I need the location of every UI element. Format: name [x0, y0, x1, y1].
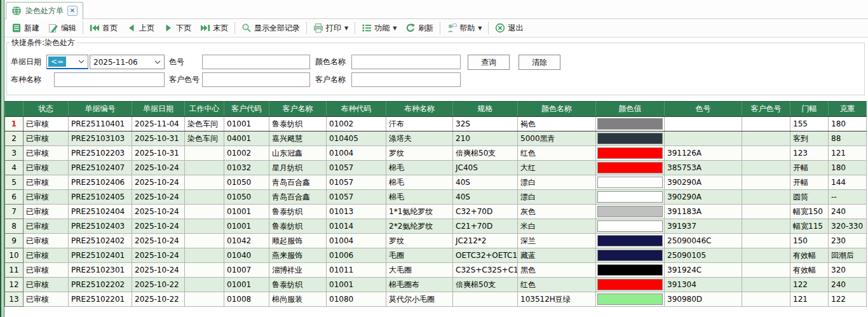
cell-num[interactable]: 2 — [5, 132, 24, 146]
cell-cust_color_no[interactable] — [742, 175, 790, 190]
cell-color_name[interactable]: 灰色 — [518, 205, 596, 219]
cell-fabric_code[interactable]: 01057 — [327, 190, 386, 205]
cell-color_value[interactable] — [596, 278, 665, 292]
cell-spec[interactable]: 40S — [453, 190, 518, 205]
cell-weight[interactable]: 122 — [829, 292, 867, 307]
cell-weight[interactable]: 320-330 — [829, 219, 867, 234]
cell-status[interactable]: 已审核 — [24, 205, 69, 219]
cell-color_name[interactable]: 黑色 — [518, 263, 596, 278]
cell-doc_no[interactable]: PRE25103103 — [69, 132, 132, 146]
cell-cust_name[interactable]: 山东冠鑫 — [269, 146, 327, 161]
column-header-color_no[interactable]: 色号 — [665, 102, 742, 117]
cell-doc_date[interactable]: 2025-10-24 — [132, 234, 185, 248]
cell-color_no[interactable]: 390290A — [665, 175, 742, 190]
cell-num[interactable]: 7 — [5, 205, 24, 219]
tab-close-icon[interactable]: ✕ — [67, 6, 78, 16]
cell-fabric_name[interactable]: 罗纹 — [386, 234, 453, 248]
cell-cust_name[interactable]: 棉尚服装 — [269, 292, 327, 307]
cell-cust_code[interactable]: 01040 — [224, 248, 269, 263]
cell-doc_no[interactable]: PRE25102405 — [69, 190, 132, 205]
cell-color_name[interactable]: 红色 — [518, 146, 596, 161]
cust-color-no-input[interactable] — [202, 72, 310, 87]
cell-fabric_name[interactable]: 涤塔夫 — [386, 132, 453, 146]
toolbar-button-first-page[interactable]: 首页 — [85, 20, 122, 36]
cell-status[interactable]: 已审核 — [24, 219, 69, 234]
cell-num[interactable]: 3 — [5, 146, 24, 161]
cell-cust_name[interactable]: 顺起服饰 — [269, 234, 327, 248]
cell-num[interactable]: 9 — [5, 234, 24, 248]
cell-weight[interactable]: 180 — [829, 161, 867, 175]
cell-spec[interactable]: OETC32+OETC12 — [453, 248, 518, 263]
cell-color_value[interactable] — [596, 234, 665, 248]
cell-weight[interactable]: 121 — [829, 146, 867, 161]
cell-fabric_name[interactable]: 汗布 — [386, 117, 453, 132]
cell-weight[interactable]: 240 — [829, 205, 867, 219]
cell-color_value[interactable] — [596, 132, 665, 146]
cell-doc_date[interactable]: 2025-10-24 — [132, 263, 185, 278]
cell-color_name[interactable]: 103512H豆绿 — [518, 292, 596, 307]
cell-work_center[interactable] — [185, 292, 224, 307]
cell-color_no[interactable]: 391304 — [665, 278, 742, 292]
cell-doc_no[interactable]: PRE25102402 — [69, 234, 132, 248]
cell-color_name[interactable]: 深兰 — [518, 234, 596, 248]
column-header-weight[interactable]: 克重 — [829, 102, 867, 117]
cell-color_value[interactable] — [596, 175, 665, 190]
cell-doc_no[interactable]: PRE25102203 — [69, 146, 132, 161]
cell-doc_date[interactable]: 2025-10-22 — [132, 292, 185, 307]
cell-color_value[interactable] — [596, 248, 665, 263]
cell-color_value[interactable] — [596, 117, 665, 132]
cell-spec[interactable]: 210 — [453, 132, 518, 146]
toolbar-button-exit[interactable]: 退出 — [491, 20, 527, 36]
cell-status[interactable]: 已审核 — [24, 146, 69, 161]
cell-num[interactable]: 5 — [5, 175, 24, 190]
cell-spec[interactable]: JC40S — [453, 161, 518, 175]
cell-status[interactable]: 已审核 — [24, 132, 69, 146]
column-header-doc_no[interactable]: 单据编号 — [69, 102, 132, 117]
cell-fabric_code[interactable]: 01013 — [327, 205, 386, 219]
clear-button[interactable]: 清除 — [519, 55, 560, 70]
cell-status[interactable]: 已审核 — [24, 117, 69, 132]
color-name-input[interactable] — [351, 55, 461, 69]
cell-width[interactable]: 开幅 — [790, 175, 829, 190]
cell-color_no[interactable]: 390290A — [665, 190, 742, 205]
cell-width[interactable]: 幅宽115 — [790, 219, 829, 234]
cell-weight[interactable]: 230 — [829, 234, 867, 248]
cell-num[interactable]: 6 — [5, 190, 24, 205]
cell-width[interactable]: 155 — [790, 117, 829, 132]
doc-date-select[interactable]: 2025-11-06 — [90, 55, 165, 69]
cell-fabric_name[interactable]: 棉毛 — [386, 175, 453, 190]
cell-color_name[interactable]: 米白 — [518, 219, 596, 234]
cell-color_value[interactable] — [596, 190, 665, 205]
cell-doc_date[interactable]: 2025-10-24 — [132, 190, 185, 205]
column-header-spec[interactable]: 规格 — [453, 102, 518, 117]
cell-cust_name[interactable]: 鲁泰纺织 — [269, 205, 327, 219]
toolbar-button-functions[interactable]: 功能▼ — [357, 20, 401, 36]
cell-width[interactable]: 123 — [790, 146, 829, 161]
cell-fabric_code[interactable]: 01080 — [327, 292, 386, 307]
cell-spec[interactable]: 32S — [453, 117, 518, 132]
cell-doc_date[interactable]: 2025-10-24 — [132, 205, 185, 219]
cell-weight[interactable]: 240 — [829, 278, 867, 292]
cell-cust_name[interactable]: 鲁泰纺织 — [269, 219, 327, 234]
cell-cust_color_no[interactable] — [742, 161, 790, 175]
cell-fabric_name[interactable]: 莫代尔小毛圈 — [386, 292, 453, 307]
cell-doc_no[interactable]: PRE25102201 — [69, 292, 132, 307]
cell-status[interactable]: 已审核 — [24, 190, 69, 205]
cell-doc_date[interactable]: 2025-10-24 — [132, 175, 185, 190]
cell-work_center[interactable] — [185, 248, 224, 263]
cell-fabric_code[interactable]: 01006 — [327, 248, 386, 263]
cell-color_value[interactable] — [596, 219, 665, 234]
cell-cust_color_no[interactable] — [742, 263, 790, 278]
cell-weight[interactable]: 88 — [829, 132, 867, 146]
cell-doc_no[interactable]: PRE25102406 — [69, 175, 132, 190]
toolbar-button-last-page[interactable]: 末页 — [196, 20, 233, 36]
cell-work_center[interactable]: 染色车间 — [185, 132, 224, 146]
cell-fabric_code[interactable]: 010405 — [327, 132, 386, 146]
cell-fabric_name[interactable]: 2*2氨纶罗纹 — [386, 219, 453, 234]
toolbar-button-new[interactable]: 新建 — [7, 20, 44, 36]
cell-fabric_name[interactable]: 罗纹 — [386, 146, 453, 161]
cell-fabric_code[interactable]: 01011 — [327, 263, 386, 278]
cell-weight[interactable]: 回潮后 — [829, 248, 867, 263]
cell-num[interactable]: 13 — [5, 292, 24, 307]
cell-fabric_code[interactable]: 01057 — [327, 161, 386, 175]
